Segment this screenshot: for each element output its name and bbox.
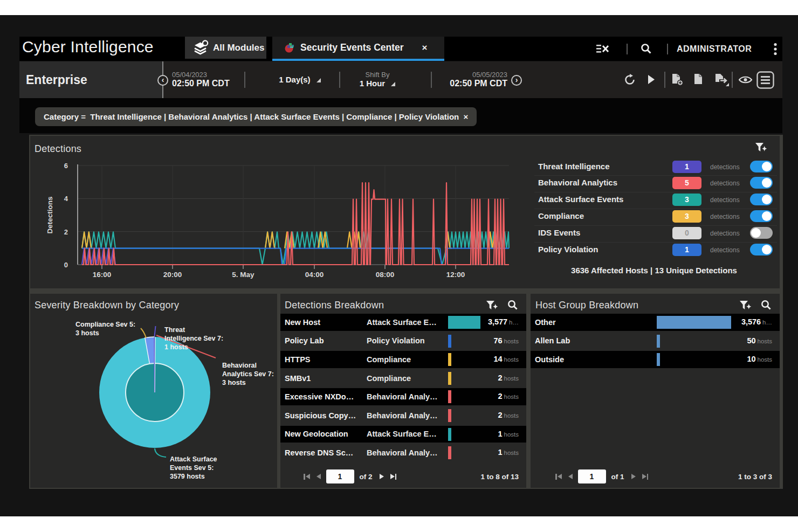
svg-text:04:00: 04:00 bbox=[305, 271, 324, 279]
svg-text:0: 0 bbox=[64, 261, 68, 269]
svg-text:5. May: 5. May bbox=[232, 271, 254, 279]
svg-text:08:00: 08:00 bbox=[376, 271, 395, 279]
svg-text:2: 2 bbox=[64, 228, 68, 236]
svg-text:6: 6 bbox=[64, 162, 68, 170]
svg-text:20:00: 20:00 bbox=[163, 271, 182, 279]
svg-text:Detections: Detections bbox=[46, 196, 54, 233]
svg-text:12:00: 12:00 bbox=[446, 271, 465, 279]
svg-text:4: 4 bbox=[64, 195, 68, 203]
svg-text:16:00: 16:00 bbox=[93, 271, 112, 279]
